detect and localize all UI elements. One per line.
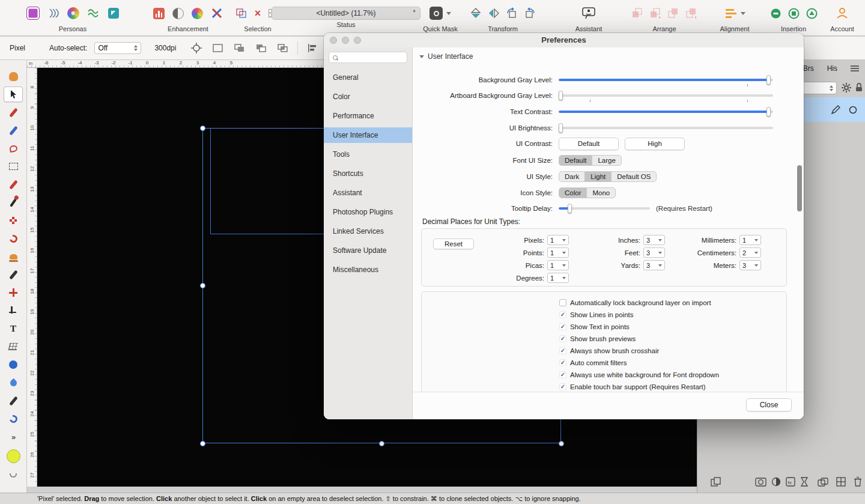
decimal-stepper[interactable]: 1 — [547, 273, 569, 283]
color-ring-icon[interactable] — [849, 106, 857, 114]
snapping-target-icon[interactable] — [189, 41, 204, 55]
duplicate-icon[interactable] — [711, 477, 721, 487]
sidebar-item[interactable]: Software Update — [324, 243, 412, 258]
move-back-icon[interactable] — [649, 8, 661, 19]
flip-vertical-icon[interactable] — [470, 7, 482, 19]
sidebar-item[interactable]: User Interface — [324, 127, 412, 143]
background-gray-slider[interactable] — [559, 75, 773, 85]
selection-handle[interactable] — [200, 126, 205, 131]
selection-handle[interactable] — [200, 441, 205, 446]
colour-swatch[interactable] — [4, 447, 23, 465]
freehand-selection-tool-icon[interactable] — [4, 141, 23, 156]
liquify-persona-icon[interactable] — [47, 7, 59, 19]
decimal-stepper[interactable]: 1 — [739, 235, 761, 245]
trash-icon[interactable] — [854, 476, 862, 487]
decimal-stepper[interactable]: 3 — [643, 260, 665, 270]
select-sampled-colour-icon[interactable] — [236, 8, 247, 18]
move-forward-icon[interactable] — [667, 8, 679, 19]
dodge-burn-tool-icon[interactable] — [4, 267, 23, 282]
mask-layer-icon[interactable] — [755, 478, 766, 487]
lock-icon[interactable] — [855, 82, 863, 93]
ui-contrast-default-button[interactable]: Default — [559, 138, 619, 150]
warp-tool-icon[interactable] — [4, 411, 23, 427]
checkbox[interactable]: ✓ — [559, 383, 566, 390]
section-collapse-icon[interactable] — [419, 55, 424, 58]
segment-option[interactable]: Large — [592, 156, 621, 165]
sidebar-item[interactable]: Linked Services — [324, 223, 412, 239]
slider-thumb[interactable] — [559, 123, 563, 133]
view-tool-icon[interactable] — [4, 68, 23, 84]
selection-new-icon[interactable] — [211, 41, 225, 55]
auto-contrast-icon[interactable] — [172, 8, 184, 19]
decimal-stepper[interactable]: 3 — [643, 235, 665, 245]
selection-subtract-icon[interactable] — [254, 41, 269, 55]
auto-colour-icon[interactable] — [192, 8, 203, 19]
live-filter-icon[interactable]: fx — [786, 477, 795, 487]
zoom-tool-icon[interactable] — [4, 357, 23, 372]
chevron-down-icon[interactable] — [741, 12, 745, 15]
sidebar-item[interactable]: Shortcuts — [324, 166, 412, 181]
dialog-titlebar[interactable]: Preferences — [324, 33, 804, 47]
photo-persona-icon[interactable] — [26, 7, 40, 20]
align-left-icon[interactable] — [305, 41, 320, 55]
slider-thumb[interactable] — [559, 91, 563, 100]
decimal-stepper[interactable]: 1 — [547, 260, 569, 270]
checkbox[interactable]: ✓ — [559, 347, 566, 354]
move-to-back-icon[interactable] — [631, 8, 643, 19]
marquee-selection-tool-icon[interactable] — [4, 159, 23, 174]
selection-add-icon[interactable] — [232, 41, 247, 55]
insert-on-top-icon[interactable] — [806, 8, 818, 19]
sidebar-item[interactable]: Tools — [324, 147, 412, 162]
brush-edit-icon[interactable] — [831, 105, 840, 115]
decimal-stepper[interactable]: 3 — [739, 260, 761, 270]
clone-stamp-tool-icon[interactable] — [4, 249, 23, 264]
segment-option[interactable]: Color — [559, 188, 587, 198]
group-layers-icon[interactable] — [818, 478, 828, 487]
red-eye-removal-tool-icon[interactable] — [4, 285, 23, 300]
checkbox[interactable]: ✓ — [559, 335, 566, 342]
move-to-front-icon[interactable] — [685, 8, 697, 19]
checkbox[interactable]: ✓ — [559, 359, 566, 366]
zoom-window-button[interactable] — [354, 37, 361, 44]
alignment-icon[interactable] — [724, 7, 738, 19]
mesh-warp-tool-icon[interactable] — [4, 339, 23, 354]
adjustment-layer-icon[interactable] — [771, 477, 781, 487]
segment-option[interactable]: Dark — [559, 172, 585, 181]
text-contrast-slider[interactable] — [559, 107, 773, 117]
crop-tool-icon[interactable] — [4, 303, 23, 318]
rotate-cw-icon[interactable] — [524, 7, 536, 19]
quick-mask-icon[interactable] — [429, 7, 443, 20]
auto-white-balance-icon[interactable] — [211, 7, 223, 19]
auto-select-dropdown[interactable]: Off — [94, 42, 141, 54]
panel-menu-icon[interactable] — [851, 65, 859, 72]
sidebar-item[interactable]: Miscellaneous — [324, 262, 412, 278]
text-tool-icon[interactable]: T — [4, 321, 23, 336]
develop-persona-icon[interactable] — [67, 7, 79, 19]
checkbox[interactable]: ✓ — [559, 371, 566, 378]
gear-icon[interactable] — [842, 83, 851, 93]
sidebar-item[interactable]: Assistant — [324, 185, 412, 201]
account-icon[interactable] — [836, 7, 849, 20]
sidebar-item[interactable]: General — [324, 70, 412, 85]
paint-brush-tool-icon[interactable] — [4, 105, 23, 120]
segment-option[interactable]: Default — [559, 156, 592, 165]
segment-option[interactable]: Mono — [587, 188, 615, 198]
selection-handle[interactable] — [559, 441, 564, 446]
checkbox[interactable]: ✓ — [559, 323, 566, 330]
ui-brightness-slider[interactable] — [559, 123, 773, 133]
rotate-ccw-icon[interactable] — [506, 7, 518, 19]
sidebar-item[interactable]: Photoshop Plugins — [324, 204, 412, 220]
expand-tools-button[interactable]: » — [4, 429, 23, 445]
tab-brushes[interactable]: Brs — [803, 64, 814, 73]
retouch-tool-icon[interactable] — [4, 393, 23, 408]
selection-handle[interactable] — [200, 283, 205, 288]
slider-thumb[interactable] — [766, 75, 771, 85]
ui-contrast-high-button[interactable]: High — [625, 138, 685, 150]
document-status-dropdown[interactable]: <Untitled> (11.7%) * — [272, 7, 420, 20]
tooltip-delay-slider[interactable] — [559, 204, 650, 213]
blur-tool-icon[interactable] — [4, 375, 23, 390]
close-window-button[interactable] — [330, 37, 337, 44]
decimal-stepper[interactable]: 3 — [643, 247, 665, 258]
deselect-icon[interactable]: × — [255, 8, 261, 19]
segment-option[interactable]: Light — [585, 172, 612, 181]
